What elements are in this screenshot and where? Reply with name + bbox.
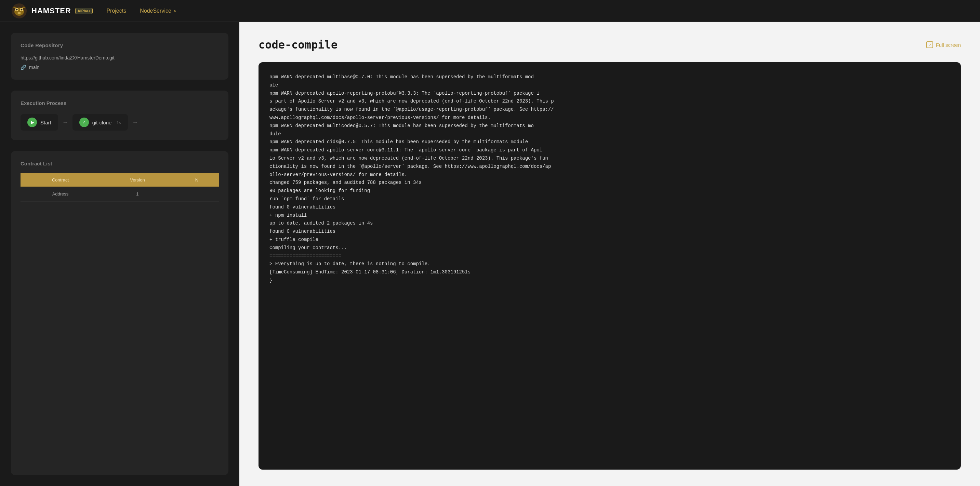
logo-area: HAMSTER AlPha+	[11, 3, 93, 19]
col-version: Version	[100, 173, 175, 187]
log-line: Compiling your contracts...	[269, 244, 950, 252]
contract-list-title: Contract List	[21, 160, 219, 167]
left-panel: Code Repository https://github.com/linda…	[0, 22, 239, 486]
step-start-label: Start	[40, 120, 51, 125]
log-line: lo Server v2 and v3, which are now depre…	[269, 154, 950, 163]
log-line: 90 packages are looking for funding	[269, 187, 950, 195]
code-repo-section: Code Repository https://github.com/linda…	[11, 33, 228, 79]
log-line: + truffle compile	[269, 236, 950, 244]
log-line: npm WARN deprecated cids@0.7.5: This mod…	[269, 138, 950, 146]
log-line: ollo-server/previous-versions/ for more …	[269, 171, 950, 179]
execution-title: Execution Process	[21, 100, 219, 106]
log-line: found 0 vulnerabilities	[269, 203, 950, 211]
play-icon: ▶	[27, 118, 37, 127]
log-line: dule	[269, 130, 950, 138]
col-extra: N	[175, 173, 219, 187]
log-line: npm WARN deprecated multibase@0.7.0: Thi…	[269, 73, 950, 81]
step-git-clone-label: git-clone	[92, 120, 112, 125]
log-line: =========================	[269, 252, 950, 260]
log-line: npm WARN deprecated apollo-server-core@3…	[269, 146, 950, 154]
nav-service-label: NodeService	[140, 8, 171, 14]
step-arrow-2: →	[132, 119, 138, 126]
nav-service[interactable]: NodeService ∧	[140, 8, 177, 14]
row-extra	[175, 187, 219, 202]
step-git-clone[interactable]: ✓ git-clone 1s	[73, 114, 128, 130]
right-panel-modal: code-compile ⤢ Full screen npm WARN depr…	[239, 22, 980, 486]
log-line: [TimeConsuming] EndTime: 2023-01-17 08:3…	[269, 268, 950, 276]
link-icon: 🔗	[21, 65, 26, 70]
execution-section: Execution Process ▶ Start → ✓ git-clone …	[11, 91, 228, 140]
step-arrow-1: →	[62, 119, 68, 126]
step-git-clone-duration: 1s	[116, 120, 121, 125]
contract-table: Contract Version N Address 1	[21, 173, 219, 202]
fullscreen-label: Full screen	[936, 42, 961, 48]
play-triangle: ▶	[31, 120, 34, 125]
log-line: ctionality is now found in the `@apollo/…	[269, 163, 950, 171]
branch-row: 🔗 main	[21, 65, 219, 70]
logo-text: HAMSTER	[32, 6, 71, 15]
log-line: ule	[269, 81, 950, 89]
table-row: Address 1	[21, 187, 219, 202]
modal-title: code-compile	[259, 38, 337, 51]
hamster-logo-icon	[11, 3, 27, 19]
log-line: up to date, audited 2 packages in 4s	[269, 219, 950, 228]
fullscreen-icon: ⤢	[926, 41, 933, 48]
svg-point-4	[16, 8, 18, 10]
log-line: changed 759 packages, and audited 788 pa…	[269, 179, 950, 187]
exec-steps: ▶ Start → ✓ git-clone 1s →	[21, 114, 219, 130]
row-contract-name: Address	[21, 187, 100, 202]
log-line: found 0 vulnerabilities	[269, 228, 950, 236]
branch-name: main	[29, 65, 39, 70]
alpha-badge: AlPha+	[75, 8, 93, 14]
svg-point-5	[21, 8, 22, 10]
col-contract: Contract	[21, 173, 100, 187]
main-content: Code Repository https://github.com/linda…	[0, 22, 980, 486]
log-line: npm WARN deprecated multicodec@0.5.7: Th…	[269, 122, 950, 130]
svg-point-6	[18, 12, 21, 14]
log-line: s part of Apollo Server v2 and v3, which…	[269, 97, 950, 106]
modal-header: code-compile ⤢ Full screen	[259, 38, 961, 51]
row-version: 1	[100, 187, 175, 202]
log-terminal[interactable]: npm WARN deprecated multibase@0.7.0: Thi…	[259, 62, 961, 470]
log-line: }	[269, 276, 950, 285]
fullscreen-button[interactable]: ⤢ Full screen	[926, 41, 961, 48]
nav-projects[interactable]: Projects	[107, 8, 126, 14]
top-nav: HAMSTER AlPha+ Projects NodeService ∧	[0, 0, 980, 22]
contract-list-section: Contract List Contract Version N Address…	[11, 151, 228, 475]
checkmark: ✓	[83, 120, 86, 125]
step-start[interactable]: ▶ Start	[21, 114, 58, 130]
log-line: npm WARN deprecated apollo-reporting-pro…	[269, 89, 950, 98]
log-line: run `npm fund` for details	[269, 195, 950, 203]
contract-table-header-row: Contract Version N	[21, 173, 219, 187]
repo-url: https://github.com/lindaZX/HamsterDemo.g…	[21, 55, 219, 60]
log-line: www.apollographql.com/docs/apollo-server…	[269, 114, 950, 122]
check-icon: ✓	[80, 118, 89, 127]
log-line: > Everything is up to date, there is not…	[269, 260, 950, 268]
code-repo-title: Code Repository	[21, 42, 219, 48]
log-line: + npm install	[269, 211, 950, 220]
chevron-down-icon: ∧	[173, 8, 177, 13]
log-line: ackage's functionality is now found in t…	[269, 106, 950, 114]
